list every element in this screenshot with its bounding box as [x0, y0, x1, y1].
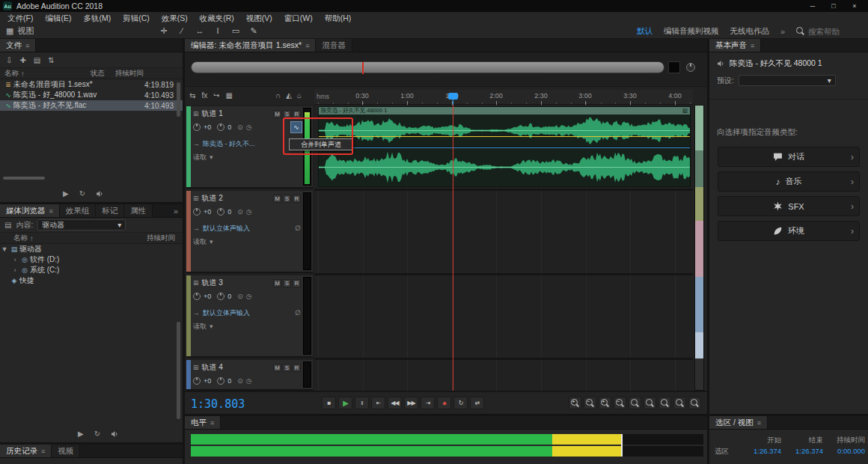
- column-duration[interactable]: 持续时间: [115, 69, 144, 79]
- panel-menu-icon[interactable]: ≡: [25, 42, 29, 49]
- time-selection-tool-icon[interactable]: I: [213, 26, 223, 36]
- sends-icon[interactable]: ↪: [213, 91, 219, 100]
- fast-forward-button[interactable]: ▶▶: [404, 397, 418, 409]
- solo-button[interactable]: S: [283, 279, 291, 287]
- zoom-in-time-button[interactable]: +: [569, 397, 581, 409]
- volume-value[interactable]: +0: [204, 293, 211, 300]
- column-name[interactable]: 名称: [13, 233, 28, 243]
- menu-help[interactable]: 帮助(H): [319, 12, 358, 24]
- zoom-selection-out-button[interactable]: [658, 397, 671, 409]
- tab-essential-sound[interactable]: 基本声音 ≡: [709, 39, 761, 52]
- play-button[interactable]: ▶: [63, 189, 69, 198]
- volume-knob[interactable]: [193, 293, 201, 300]
- loop-playback-button[interactable]: ↻: [453, 397, 468, 409]
- preset-dropdown[interactable]: ▾: [739, 75, 836, 86]
- tab-mixer[interactable]: 混音器: [316, 39, 352, 52]
- ambience-type-button[interactable]: 环境 ›: [718, 221, 860, 241]
- io-icon[interactable]: ⊙: [237, 208, 243, 216]
- files-hscrollbar[interactable]: [3, 177, 45, 180]
- tab-history[interactable]: 历史记录 ≡: [0, 445, 52, 457]
- expander-icon[interactable]: ›: [10, 256, 19, 263]
- pan-value[interactable]: 0: [227, 293, 231, 300]
- track-color-strip[interactable]: [186, 191, 191, 272]
- route-selector[interactable]: 默认立体声输入: [203, 308, 292, 318]
- panel-menu-icon[interactable]: ≡: [49, 207, 53, 215]
- track-name[interactable]: 轨道 4: [202, 362, 223, 373]
- audio-clip[interactable]: 陈奕迅 - 好久不见 48000 1 ▧: [318, 106, 691, 187]
- tree-item-drives[interactable]: ▼ ▤ 驱动器: [0, 244, 183, 254]
- selection-duration-value[interactable]: 0:00.000: [823, 447, 865, 457]
- track-lanes[interactable]: 陈奕迅 - 好久不见 48000 1 ▧: [314, 105, 693, 391]
- eq-icon[interactable]: ▦: [226, 91, 233, 100]
- mute-button[interactable]: M: [273, 110, 281, 118]
- menu-file[interactable]: 文件(F): [1, 12, 39, 24]
- search-input[interactable]: [808, 27, 862, 36]
- pan-value[interactable]: 0: [227, 208, 231, 216]
- solo-button[interactable]: S: [283, 195, 291, 203]
- content-dropdown[interactable]: 驱动器 ▾: [37, 219, 126, 231]
- track-color-strip[interactable]: [186, 106, 191, 187]
- menu-view[interactable]: 视图(V): [240, 12, 278, 24]
- route-selector[interactable]: 默认立体声输入: [203, 224, 292, 233]
- media-scrollbar[interactable]: [177, 322, 180, 419]
- music-type-button[interactable]: ♪ 音乐 ›: [718, 171, 860, 192]
- column-status[interactable]: 状态: [91, 69, 105, 79]
- overview-display[interactable]: [668, 61, 680, 73]
- tab-effects-rack[interactable]: 效果组: [60, 204, 97, 217]
- pan-value[interactable]: 0: [227, 377, 231, 385]
- playhead-line[interactable]: [453, 105, 453, 391]
- volume-value[interactable]: +0: [204, 208, 211, 216]
- razor-tool-icon[interactable]: ∕: [177, 26, 187, 36]
- tree-item-drive-d[interactable]: › ◎ 软件 (D:): [0, 254, 183, 265]
- automation-mode[interactable]: 读取: [193, 153, 207, 162]
- play-button[interactable]: ▶: [338, 397, 352, 409]
- pan-knob[interactable]: [217, 293, 224, 300]
- track-io-icon[interactable]: ⇆: [189, 91, 195, 100]
- pan-value[interactable]: 0: [227, 123, 231, 131]
- paintbrush-tool-icon[interactable]: ✎: [248, 26, 259, 36]
- expander-icon[interactable]: ›: [10, 266, 19, 274]
- menu-edit[interactable]: 编辑(E): [39, 12, 77, 24]
- panel-menu-icon[interactable]: ≡: [41, 448, 45, 455]
- rewind-button[interactable]: ◀◀: [388, 397, 402, 409]
- column-duration[interactable]: 持续时间: [147, 233, 175, 243]
- selection-start-value[interactable]: 1:26.374: [739, 447, 781, 457]
- files-scrollbar[interactable]: [177, 82, 180, 117]
- tab-video[interactable]: 视频: [52, 445, 80, 457]
- selection-end-value[interactable]: 1:26.374: [781, 447, 823, 457]
- mute-button[interactable]: M: [273, 279, 281, 287]
- menu-multitrack[interactable]: 多轨(M): [77, 12, 117, 24]
- loop-button[interactable]: ↻: [79, 189, 85, 198]
- sort-icon[interactable]: ⇅: [48, 56, 54, 64]
- file-row[interactable]: ∿ 陈奕迅 - 好_48000 1.wav 4:10.493: [0, 90, 183, 100]
- tab-overflow-icon[interactable]: »: [169, 204, 183, 217]
- volume-knob[interactable]: [193, 377, 201, 385]
- tab-levels[interactable]: 电平 ≡: [185, 416, 221, 429]
- zoom-in-amplitude-button[interactable]: +: [599, 397, 611, 409]
- clock-icon[interactable]: ◷: [246, 377, 252, 385]
- clock-icon[interactable]: ◷: [246, 293, 252, 300]
- zoom-out-amplitude-button[interactable]: −: [614, 397, 626, 409]
- panel-menu-icon[interactable]: ≡: [305, 42, 309, 49]
- video-icon[interactable]: ⌂: [297, 91, 302, 100]
- workspace-default[interactable]: 默认: [637, 26, 652, 37]
- merge-to-mono-button[interactable]: ∿: [290, 121, 302, 133]
- mute-button[interactable]: M: [273, 364, 281, 372]
- solo-button[interactable]: S: [283, 110, 291, 118]
- zoom-reset-button[interactable]: [688, 397, 701, 409]
- zoom-out-time-button[interactable]: −: [584, 397, 596, 409]
- maximize-button[interactable]: □: [823, 0, 844, 12]
- automation-mode[interactable]: 读取: [193, 237, 207, 247]
- io-icon[interactable]: ⊙: [237, 377, 243, 385]
- track-navigator[interactable]: [694, 105, 704, 391]
- workspace-edit-audio-to-video[interactable]: 编辑音频到视频: [664, 26, 719, 37]
- tab-editor[interactable]: 编辑器: 未命名混音项目 1.sesx* ≡: [185, 39, 316, 52]
- panel-menu-icon[interactable]: ≡: [757, 419, 761, 427]
- io-icon[interactable]: ⊙: [237, 293, 243, 300]
- view-label[interactable]: 视图: [17, 25, 34, 37]
- clip-fx-icon[interactable]: ▧: [682, 107, 688, 115]
- move-tool-icon[interactable]: ✛: [159, 26, 169, 36]
- skip-to-start-button[interactable]: ⇤: [371, 397, 385, 409]
- column-name[interactable]: 名称: [4, 69, 19, 79]
- dialogue-type-button[interactable]: 对话 ›: [718, 147, 860, 167]
